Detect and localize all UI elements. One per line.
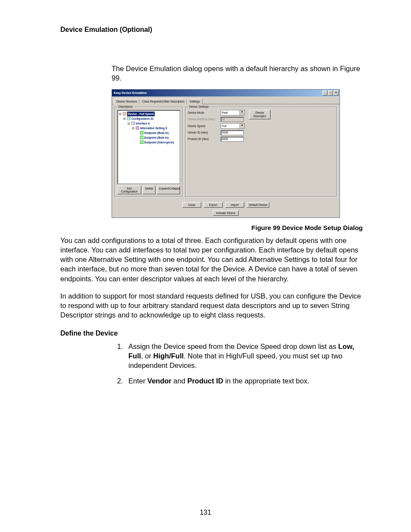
page-number: 131 <box>0 509 411 516</box>
figure-caption: Figure 99 Device Mode Setup Dialog <box>60 224 363 231</box>
default-device-button[interactable]: Default Device <box>247 202 269 208</box>
close-window-button[interactable]: × <box>333 90 339 96</box>
configuration-icon <box>127 117 131 120</box>
product-id-input[interactable] <box>221 137 244 142</box>
device-settings-group: Device Settings Device Mode Real ▼ Devic… <box>185 107 337 197</box>
tab-class-requests[interactable]: Class Requests\Other Descriptors <box>140 99 187 104</box>
device-emulation-dialog: Easy Device Emulation _ □ × Device Struc… <box>112 89 340 218</box>
expand-collapse-button[interactable]: Expand\Collapse <box>157 186 180 194</box>
device-address-label: Device Address (Hex) <box>188 118 218 121</box>
endpoint-icon <box>140 131 143 134</box>
delete-button[interactable]: Delete <box>143 186 156 194</box>
device-mode-label: Device Mode <box>188 111 218 114</box>
export-button[interactable]: Export <box>204 202 223 208</box>
device-settings-legend: Device Settings <box>188 105 209 108</box>
step-1: Assign the Device speed from the Device … <box>125 342 363 370</box>
device-descriptor-button[interactable]: Device Descriptor <box>249 110 271 119</box>
tree-node-interface[interactable]: ⊟ Interface 0 <box>118 121 179 126</box>
maximize-button[interactable]: □ <box>328 90 333 96</box>
steps-list: Assign the Device speed from the Device … <box>125 342 363 386</box>
chevron-down-icon: ▼ <box>240 110 244 115</box>
close-button[interactable]: Close <box>182 202 201 208</box>
device-icon <box>123 112 126 115</box>
descriptors-legend: Descriptors <box>118 105 134 108</box>
add-configuration-button[interactable]: Add Configuration <box>117 186 141 194</box>
dialog-title: Easy Device Emulation <box>114 91 147 94</box>
vendor-id-label: Vendor ID (Hex) <box>188 131 218 134</box>
tab-device-structure[interactable]: Device Structure <box>114 99 140 104</box>
dialog-titlebar[interactable]: Easy Device Emulation _ □ × <box>112 90 339 96</box>
body-paragraph-1: You can add configurations to a total of… <box>60 236 363 283</box>
device-speed-label: Device Speed <box>188 124 218 128</box>
tree-node-device[interactable]: ⊟ Device - Full Speed <box>118 112 179 116</box>
interface-icon <box>131 121 135 125</box>
define-device-heading: Define the Device <box>60 330 363 337</box>
tabstrip: Device Structure Class Requests\Other De… <box>112 96 339 104</box>
step-2: Enter Vendor and Product ID in the appro… <box>125 376 363 386</box>
alt-setting-icon <box>136 126 139 130</box>
intro-paragraph: The Device Emulation dialog opens with a… <box>112 64 363 83</box>
endpoint-icon <box>140 140 143 144</box>
tree-node-configuration[interactable]: ⊟ Configuration 01 <box>118 116 179 121</box>
descriptors-group: Descriptors ⊟ Device - Full Speed ⊟ Conf… <box>115 107 183 197</box>
device-mode-select[interactable]: Real ▼ <box>221 110 245 115</box>
endpoint-icon <box>140 136 143 139</box>
dialog-bottom-button-row: Close Export Import Default Device Activ… <box>112 199 339 218</box>
chevron-down-icon: ▼ <box>240 124 244 128</box>
tab-settings[interactable]: Settings <box>187 99 202 104</box>
section-heading: Device Emulation (Optional) <box>60 26 363 34</box>
tree-node-endpoint[interactable]: Endpoint (Bulk-In) <box>118 131 179 135</box>
device-address-input <box>221 117 244 122</box>
body-paragraph-2: In addition to support for most standard… <box>60 291 363 320</box>
descriptor-tree[interactable]: ⊟ Device - Full Speed ⊟ Configuration 01… <box>117 110 180 184</box>
tree-node-endpoint[interactable]: Endpoint (Bulk-In) <box>118 135 179 140</box>
activate-device-button[interactable]: Activate Device <box>213 210 239 216</box>
tree-node-endpoint[interactable]: Endpoint (Interrupt-In) <box>118 140 179 145</box>
import-button[interactable]: Import <box>225 202 244 208</box>
minimize-button[interactable]: _ <box>322 90 327 96</box>
tree-node-alt-setting[interactable]: ⊟ Alternative Setting 0 <box>118 126 179 131</box>
device-speed-select[interactable]: Full ▼ <box>221 123 245 129</box>
vendor-id-input[interactable] <box>221 130 244 135</box>
product-id-label: Product ID (Hex) <box>188 137 218 140</box>
